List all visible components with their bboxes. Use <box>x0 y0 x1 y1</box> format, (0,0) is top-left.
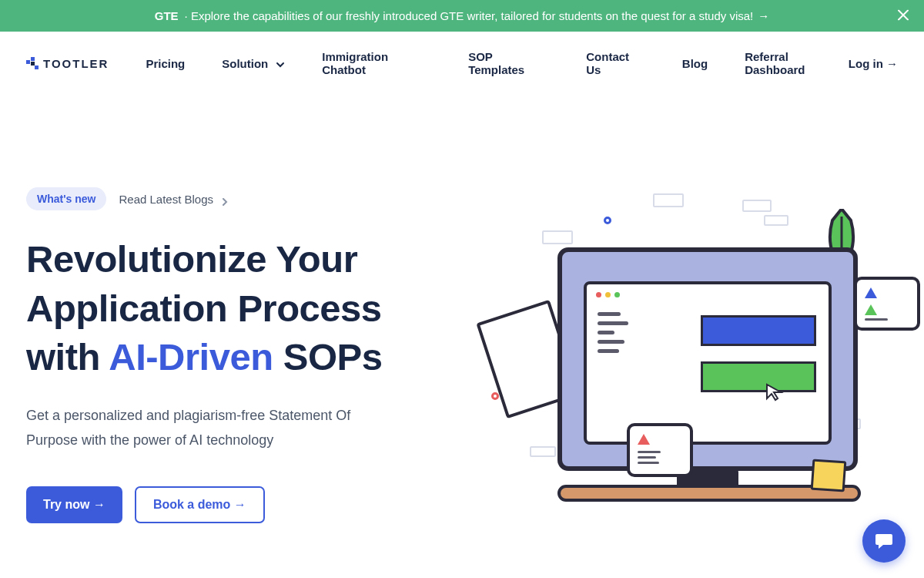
triangle-icon <box>865 304 877 315</box>
chart-card-icon <box>854 277 920 331</box>
deco-dot-icon <box>491 392 499 400</box>
nav-pricing[interactable]: Pricing <box>146 57 185 70</box>
deco-box-icon <box>653 193 684 207</box>
deco-box-icon <box>530 446 556 457</box>
cursor-arrow-icon <box>765 383 784 402</box>
chevron-right-icon <box>221 195 229 203</box>
banner-text: Explore the capabilities of our freshly … <box>191 9 753 22</box>
login-link[interactable]: Log in → <box>849 57 898 70</box>
logo-icon <box>26 57 38 69</box>
main-nav: TOOTLER Pricing Solution Immigration Cha… <box>0 32 924 95</box>
nav-solution-label: Solution <box>222 57 268 70</box>
text-lines-icon <box>598 312 628 358</box>
close-icon[interactable] <box>898 8 909 24</box>
chat-widget-button[interactable] <box>862 519 906 563</box>
chat-icon <box>874 531 894 551</box>
chart-card-icon <box>627 423 693 477</box>
svg-rect-2 <box>31 62 35 66</box>
window-dots-icon <box>596 292 620 297</box>
hero-headline: Revolutionize Your Application Process w… <box>26 235 442 382</box>
nav-solution[interactable]: Solution <box>222 57 285 70</box>
nav-items: Pricing Solution Immigration Chatbot SOP… <box>146 50 848 76</box>
nav-contact[interactable]: Contact Us <box>586 50 645 76</box>
brand-name: TOOTLER <box>43 57 109 70</box>
headline-post: SOPs <box>273 336 383 378</box>
sticky-note-icon <box>811 459 847 492</box>
headline-highlight: AI-Driven <box>109 336 273 378</box>
text-lines-icon <box>638 451 682 464</box>
svg-rect-1 <box>31 57 35 61</box>
nav-chatbot[interactable]: Immigration Chatbot <box>322 50 431 76</box>
brand-logo[interactable]: TOOTLER <box>26 57 109 70</box>
triangle-icon <box>865 287 877 298</box>
nav-blog[interactable]: Blog <box>682 57 708 70</box>
arrow-right-icon: → <box>758 9 769 22</box>
nav-templates[interactable]: SOP Templates <box>468 50 549 76</box>
announcement-banner[interactable]: GTE · Explore the capabilities of our fr… <box>0 0 924 32</box>
deco-dot-icon <box>604 217 611 224</box>
read-blogs-label: Read Latest Blogs <box>119 193 213 206</box>
svg-marker-4 <box>865 287 877 298</box>
hero-illustration <box>473 187 904 523</box>
hero-content: What's new Read Latest Blogs Revolutioni… <box>26 187 442 523</box>
hero-subhead: Get a personalized and plagiarism-free S… <box>26 404 396 452</box>
computer-illustration <box>473 193 904 517</box>
svg-rect-3 <box>35 66 38 69</box>
green-bar-icon <box>701 361 816 392</box>
banner-badge: GTE <box>155 9 179 22</box>
svg-marker-6 <box>638 434 650 445</box>
book-demo-button[interactable]: Book a demo → <box>135 486 265 523</box>
chevron-down-icon <box>276 59 285 68</box>
triangle-icon <box>638 434 650 445</box>
svg-rect-0 <box>26 60 30 64</box>
whats-new-badge[interactable]: What's new <box>26 187 106 210</box>
whats-new-row: What's new Read Latest Blogs <box>26 187 442 210</box>
nav-referral[interactable]: Referral Dashboard <box>745 50 849 76</box>
deco-box-icon <box>542 230 573 244</box>
monitor-icon <box>557 247 858 471</box>
deco-box-icon <box>764 215 788 226</box>
banner-separator: · <box>185 9 191 22</box>
svg-marker-5 <box>865 304 877 315</box>
deco-box-icon <box>742 200 772 212</box>
hero-section: What's new Read Latest Blogs Revolutioni… <box>0 187 924 523</box>
read-blogs-link[interactable]: Read Latest Blogs <box>119 193 229 206</box>
cta-row: Try now → Book a demo → <box>26 486 442 523</box>
try-now-button[interactable]: Try now → <box>26 486 122 523</box>
blue-bar-icon <box>701 315 816 346</box>
text-lines-icon <box>865 318 909 321</box>
